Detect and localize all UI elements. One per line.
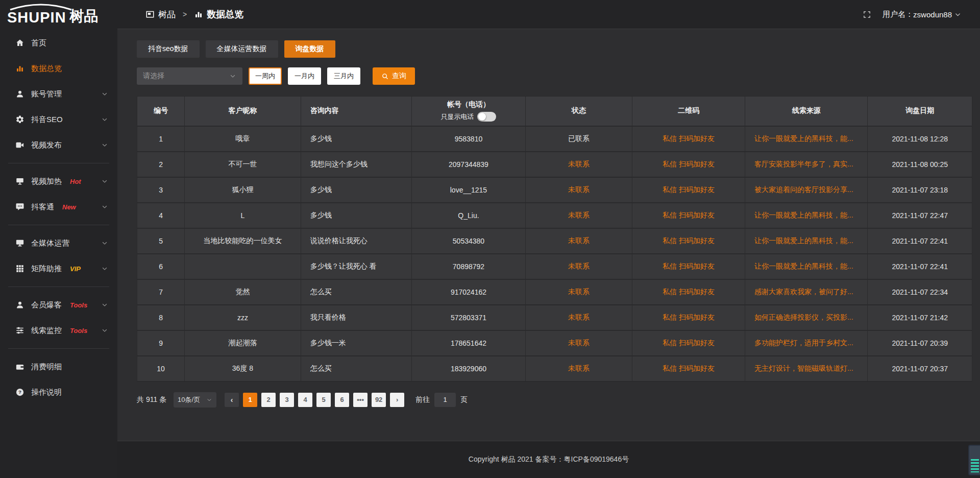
cell-source-link[interactable]: 客厅安装投影半年多了，真实... xyxy=(745,152,867,177)
next-page-button[interactable]: › xyxy=(390,393,404,407)
cell-id: 3 xyxy=(137,177,185,203)
cell-date: 2021-11-07 22:34 xyxy=(868,279,972,305)
cell-nickname: L xyxy=(185,203,301,228)
tab-1[interactable]: 全媒体运营数据 xyxy=(206,40,278,58)
tab-0[interactable]: 抖音seo数据 xyxy=(137,40,200,58)
cell-content: 说说价格让我死心 xyxy=(301,228,412,254)
fullscreen-icon[interactable] xyxy=(863,10,871,19)
sidebar-nav: 首页 数据总览 账号管理 抖音SEO 视频发布 视频加热 Hot 抖客通 New… xyxy=(0,29,117,405)
cell-status: 未联系 xyxy=(525,177,632,203)
search-button[interactable]: 查询 xyxy=(373,67,415,85)
sidebar-divider xyxy=(8,163,109,163)
column-header-account-label: 帐号（电话） xyxy=(447,100,490,109)
page-button-92[interactable]: 92 xyxy=(372,393,386,407)
sidebar-item-account-management[interactable]: 账号管理 xyxy=(0,81,117,107)
range-button-2[interactable]: 三月内 xyxy=(327,67,360,85)
app-logo[interactable]: SHUPIN 树品 xyxy=(0,0,117,29)
sidebar-item-video-publish[interactable]: 视频发布 xyxy=(0,132,117,158)
member-icon xyxy=(15,300,24,309)
cell-source-link[interactable]: 被大家追着问的客厅投影分享... xyxy=(745,177,867,203)
filter-select-placeholder: 请选择 xyxy=(143,71,164,81)
table-row: 7 觉然 怎么买 917024162 未联系 私信 扫码加好友 感谢大家喜欢我家… xyxy=(137,279,972,305)
cell-source-link[interactable]: 让你一眼就爱上的黑科技，能... xyxy=(745,203,867,228)
sidebar-item-label: 账号管理 xyxy=(31,89,62,99)
page-button-3[interactable]: 3 xyxy=(280,393,294,407)
table-row: 1 哦章 多少钱 9583810 已联系 私信 扫码加好友 让你一眼就爱上的黑科… xyxy=(137,126,972,152)
cell-qr-links[interactable]: 私信 扫码加好友 xyxy=(632,279,745,305)
sidebar-item-home[interactable]: 首页 xyxy=(0,30,117,56)
cell-account: 178651642 xyxy=(412,330,525,356)
cell-qr-links[interactable]: 私信 扫码加好友 xyxy=(632,228,745,254)
cell-source-link[interactable]: 如何正确选择投影仪，买投影... xyxy=(745,305,867,330)
cell-qr-links[interactable]: 私信 扫码加好友 xyxy=(632,126,745,152)
sidebar-item-matrix-boost[interactable]: 矩阵助推 VIP xyxy=(0,256,117,281)
cell-nickname: 哦章 xyxy=(185,126,301,152)
sidebar-item-lead-monitor[interactable]: 线索监控 Tools xyxy=(0,318,117,343)
sidebar-item-omni-media[interactable]: 全媒体运营 xyxy=(0,230,117,256)
column-header-0: 编号 xyxy=(137,97,185,126)
page-size-value: 10条/页 xyxy=(178,395,200,404)
page-button-1[interactable]: 1 xyxy=(243,393,257,407)
cell-qr-links[interactable]: 私信 扫码加好友 xyxy=(632,356,745,381)
cell-qr-links[interactable]: 私信 扫码加好友 xyxy=(632,254,745,279)
logo-text-cn: 树品 xyxy=(70,7,99,26)
goto-page-input[interactable] xyxy=(434,393,456,407)
cell-id: 1 xyxy=(137,126,185,152)
svg-text:?: ? xyxy=(18,389,21,395)
page-button-2[interactable]: 2 xyxy=(261,393,276,407)
sidebar-item-operation-guide[interactable]: ? 操作说明 xyxy=(0,379,117,405)
cell-nickname xyxy=(185,254,301,279)
table-header-row: 编号客户昵称咨询内容帐号（电话）只显示电话状态二维码线索来源询盘日期 xyxy=(137,97,972,126)
range-button-1[interactable]: 一月内 xyxy=(288,67,321,85)
corner-widget-stripes xyxy=(971,459,979,472)
breadcrumb-root[interactable]: 树品 xyxy=(158,9,176,20)
cell-id: 7 xyxy=(137,279,185,305)
sidebar-item-douyin-seo[interactable]: 抖音SEO xyxy=(0,107,117,132)
page-button-4[interactable]: 4 xyxy=(298,393,312,407)
cell-source-link[interactable]: 无主灯设计，智能磁吸轨道灯... xyxy=(745,356,867,381)
cell-content: 多少钱 xyxy=(301,203,412,228)
page-button-6[interactable]: 6 xyxy=(335,393,349,407)
cell-content: 怎么买 xyxy=(301,356,412,381)
page-buttons: 123456•••92 xyxy=(239,393,386,407)
cell-source-link[interactable]: 让你一眼就爱上的黑科技，能... xyxy=(745,228,867,254)
cell-qr-links[interactable]: 私信 扫码加好友 xyxy=(632,330,745,356)
sidebar-item-label: 矩阵助推 xyxy=(31,264,62,274)
cell-status: 未联系 xyxy=(525,254,632,279)
cell-source-link[interactable]: 让你一眼就爱上的黑科技，能... xyxy=(745,254,867,279)
sidebar-divider xyxy=(8,286,109,287)
cell-content: 怎么买 xyxy=(301,279,412,305)
cell-source-link[interactable]: 多功能护栏灯，适用于乡村文... xyxy=(745,330,867,356)
cell-status: 未联系 xyxy=(525,228,632,254)
cell-qr-links[interactable]: 私信 扫码加好友 xyxy=(632,152,745,177)
user-icon xyxy=(15,89,24,99)
chevron-down-icon xyxy=(954,11,962,18)
sidebar-item-video-heating[interactable]: 视频加热 Hot xyxy=(0,169,117,194)
prev-page-button[interactable]: ‹ xyxy=(225,393,239,407)
page-ellipsis-button[interactable]: ••• xyxy=(353,393,368,407)
cell-source-link[interactable]: 让你一眼就爱上的黑科技，能... xyxy=(745,126,867,152)
page-button-5[interactable]: 5 xyxy=(316,393,331,407)
filter-select[interactable]: 请选择 xyxy=(137,67,242,85)
range-button-0[interactable]: 一周内 xyxy=(249,67,282,85)
cell-qr-links[interactable]: 私信 扫码加好友 xyxy=(632,305,745,330)
sign-icon xyxy=(15,177,24,186)
sidebar-item-consumption-detail[interactable]: 消费明细 xyxy=(0,354,117,379)
sidebar-item-label: 线索监控 xyxy=(31,326,62,336)
corner-widget[interactable] xyxy=(968,445,980,475)
sidebar-item-data-overview[interactable]: 数据总览 xyxy=(0,56,117,81)
sidebar-item-member-burst[interactable]: 会员爆客 Tools xyxy=(0,292,117,318)
cell-qr-links[interactable]: 私信 扫码加好友 xyxy=(632,203,745,228)
cell-qr-links[interactable]: 私信 扫码加好友 xyxy=(632,177,745,203)
column-header-2: 咨询内容 xyxy=(301,97,412,126)
column-header-1: 客户昵称 xyxy=(185,97,301,126)
window-icon xyxy=(145,10,155,19)
phone-only-toggle[interactable] xyxy=(477,112,496,122)
cell-id: 8 xyxy=(137,305,185,330)
total-count: 共 911 条 xyxy=(137,395,166,404)
page-size-select[interactable]: 10条/页 xyxy=(174,392,216,408)
cell-source-link[interactable]: 感谢大家喜欢我家，被问了好... xyxy=(745,279,867,305)
tab-2[interactable]: 询盘数据 xyxy=(284,40,335,58)
user-menu[interactable]: 用户名： zswodun88 xyxy=(883,10,962,19)
sidebar-item-douketong[interactable]: 抖客通 New xyxy=(0,194,117,220)
